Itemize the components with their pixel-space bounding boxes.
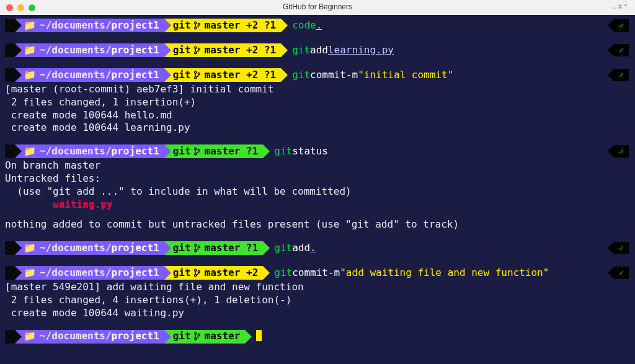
- os-segment: [5, 241, 15, 255]
- path-segment: 📁~/documents/project1: [15, 241, 164, 255]
- command: code .: [292, 19, 322, 32]
- output-line: On branch master: [0, 159, 635, 172]
- terminal-area[interactable]: 📁~/documents/project1 git master +2 ?1 c…: [0, 15, 635, 364]
- cmd-string: "initial commit": [358, 69, 453, 82]
- cmd-string: "add waiting file and new function": [340, 267, 549, 280]
- command: git status: [274, 144, 328, 158]
- path-prefix: ~/documents/: [40, 145, 112, 157]
- cmd-program: git: [292, 44, 310, 57]
- branch-name: master: [205, 145, 241, 157]
- check-icon: ✓: [619, 70, 624, 81]
- untracked-file: waiting.py: [53, 198, 112, 210]
- cmd-sub: add: [292, 242, 310, 255]
- branch-status: +2 ?1: [240, 44, 276, 56]
- success-chip: ✓: [608, 69, 629, 81]
- block-gap: [0, 321, 635, 329]
- git-label: git: [173, 69, 191, 81]
- branch-icon: [193, 19, 201, 32]
- window-title: GitHub for Beginners: [0, 2, 635, 12]
- os-segment: [5, 330, 15, 344]
- svg-point-2: [198, 23, 200, 25]
- output-line: 2 files changed, 1 insertion(+): [0, 96, 635, 109]
- cmd-sub: add: [310, 44, 328, 57]
- success-chip: ✓: [608, 242, 629, 254]
- branch-icon: [193, 242, 201, 255]
- cmd-sub: commit: [310, 69, 346, 82]
- branch-segment: git master +2 ?1: [164, 43, 282, 57]
- folder-icon: 📁: [24, 145, 36, 157]
- branch-segment: git master +2: [164, 266, 264, 280]
- cmd-program: git: [274, 267, 292, 280]
- check-icon: ✓: [619, 20, 624, 31]
- svg-point-20: [198, 334, 200, 336]
- output-line: create mode 100644 hello.md: [0, 109, 635, 122]
- prompt-row: 📁~/documents/project1 git master: [0, 329, 635, 345]
- output-line: nothing added to commit but untracked fi…: [0, 218, 635, 231]
- git-label: git: [173, 19, 191, 31]
- command: git commit -m "add waiting file and new …: [274, 266, 549, 280]
- branch-segment: git master ?1: [164, 144, 264, 158]
- folder-icon: 📁: [24, 242, 36, 254]
- svg-point-17: [198, 270, 200, 272]
- cmd-arg: learning.py: [328, 44, 394, 57]
- branch-icon: [193, 145, 201, 158]
- path-project: project1: [112, 330, 159, 342]
- branch-name: master: [205, 242, 241, 254]
- branch-segment: git master +2 ?1: [164, 19, 282, 32]
- branch-status: +2 ?1: [240, 69, 276, 81]
- svg-point-5: [198, 48, 200, 50]
- check-icon: ✓: [619, 268, 624, 278]
- command-block: 📁~/documents/project1 git master: [0, 329, 635, 345]
- command: git add .: [274, 241, 316, 255]
- path-project: project1: [112, 69, 159, 81]
- path-prefix: ~/documents/: [40, 330, 112, 342]
- branch-status: +2 ?1: [240, 19, 276, 31]
- branch-segment: git master: [164, 330, 246, 344]
- command-block: 📁~/documents/project1 git master ?1 git …: [0, 143, 635, 231]
- path-segment: 📁~/documents/project1: [15, 144, 164, 158]
- branch-status: ?1: [240, 145, 258, 157]
- svg-point-8: [198, 73, 200, 74]
- success-chip: ✓: [608, 145, 629, 158]
- path-prefix: ~/documents/: [40, 267, 112, 278]
- output-line: 2 files changed, 4 insertions(+), 1 dele…: [0, 294, 635, 307]
- svg-point-12: [194, 244, 196, 246]
- branch-icon: [193, 330, 201, 343]
- output-line: [master 549e201] add waiting file and ne…: [0, 281, 635, 294]
- command-block: 📁~/documents/project1 git master ?1 git …: [0, 240, 635, 256]
- folder-icon: 📁: [24, 44, 36, 56]
- output-line: create mode 100644 learning.py: [0, 122, 635, 135]
- branch-name: master: [205, 19, 241, 31]
- os-segment: [5, 19, 15, 32]
- git-label: git: [173, 44, 191, 56]
- command: git add learning.py: [292, 43, 394, 57]
- output-line: create mode 100644 waiting.py: [0, 307, 635, 320]
- cursor: [256, 330, 262, 341]
- check-icon: ✓: [619, 45, 624, 56]
- path-segment: 📁~/documents/project1: [15, 68, 164, 82]
- success-chip: ✓: [608, 19, 629, 32]
- blank-line: [0, 211, 635, 218]
- folder-icon: 📁: [24, 19, 36, 31]
- block-gap: [0, 136, 635, 143]
- cmd-program: git: [292, 69, 310, 82]
- os-segment: [5, 43, 15, 57]
- path-segment: 📁~/documents/project1: [15, 19, 164, 32]
- window-controls-glyph: ⌵⌘⌃: [612, 2, 629, 12]
- branch-segment: git master +2 ?1: [164, 68, 282, 82]
- prompt-row: 📁~/documents/project1 git master +2 ?1 c…: [0, 17, 635, 33]
- svg-point-11: [198, 149, 200, 151]
- command-block: 📁~/documents/project1 git master +2 ?1 g…: [0, 67, 635, 135]
- git-label: git: [173, 145, 191, 157]
- path-project: project1: [112, 44, 159, 56]
- branch-name: master: [205, 69, 241, 81]
- prompt-row: 📁~/documents/project1 git master +2 git …: [0, 265, 635, 281]
- path-project: project1: [112, 242, 159, 254]
- branch-status: +2: [240, 267, 258, 278]
- cmd-arg: .: [316, 19, 322, 32]
- os-segment: [5, 68, 15, 82]
- block-gap: [0, 257, 635, 265]
- command-block: 📁~/documents/project1 git master +2 ?1 c…: [0, 17, 635, 33]
- cmd-program: code: [292, 19, 316, 32]
- block-gap: [0, 233, 635, 240]
